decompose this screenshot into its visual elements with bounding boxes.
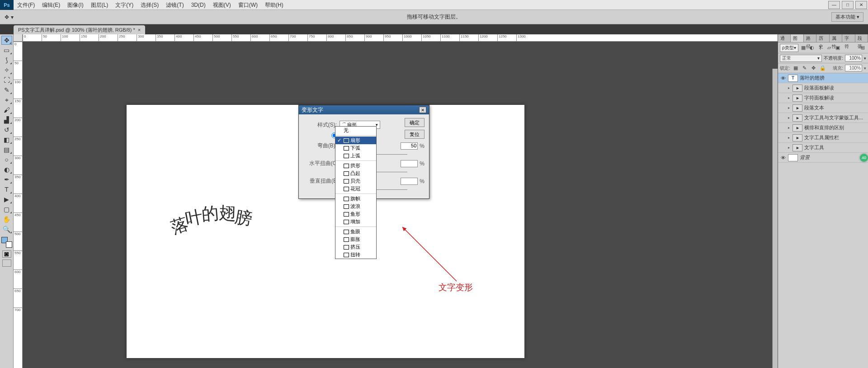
background-swatch[interactable]	[6, 241, 12, 248]
lock-transparent-icon[interactable]: ▦	[792, 65, 799, 72]
filter-toggle[interactable]: ⊞	[859, 44, 866, 52]
magic-wand-tool[interactable]: ✧	[1, 66, 12, 75]
opacity-input[interactable]: 100%	[845, 55, 862, 61]
ruler-horizontal[interactable]: 0501001502002503003504004505005506006507…	[23, 34, 778, 42]
shape-tool[interactable]: ▢	[1, 205, 12, 214]
window-close[interactable]: ✕	[855, 1, 867, 9]
menu-选择[interactable]: 选择(S)	[137, 0, 162, 10]
panel-tab[interactable]: 路径	[804, 34, 816, 42]
warp-option[interactable]: 扭转	[335, 251, 376, 259]
zoom-tool[interactable]: 🔍	[1, 225, 12, 234]
move-tool[interactable]: ✥	[1, 36, 12, 45]
fill-input[interactable]: 100%	[845, 65, 862, 71]
document-tab[interactable]: PS文字工具详解.psd @ 100% (落叶的翅膀, RGB/8) * ×	[14, 25, 145, 34]
hdist-input[interactable]	[401, 160, 418, 167]
menu-文字[interactable]: 文字(Y)	[112, 0, 137, 10]
visibility-toggle[interactable]: 👁	[780, 75, 786, 81]
lock-paint-icon[interactable]: ✎	[801, 65, 808, 72]
menu-编辑[interactable]: 编辑(E)	[38, 0, 64, 10]
panel-tab[interactable]: 历史	[816, 34, 829, 42]
lasso-tool[interactable]: ⟆	[1, 56, 12, 65]
pen-tool[interactable]: ✒	[1, 175, 12, 184]
window-maximize[interactable]: □	[842, 1, 854, 9]
marquee-tool[interactable]: ▭	[1, 46, 12, 55]
panel-tab[interactable]: 图层	[791, 34, 803, 42]
layer-row[interactable]: ▸▸文字工具属性栏	[778, 133, 868, 143]
layer-row[interactable]: ▸▸段落文本	[778, 103, 868, 113]
warp-option[interactable]: 扇形	[335, 137, 376, 144]
gradient-tool[interactable]: ▤	[1, 145, 12, 154]
ruler-vertical[interactable]: 0501001502002503003504004505005506006507…	[14, 42, 23, 368]
warp-option[interactable]: 鱼眼	[335, 228, 376, 236]
style-dropdown[interactable]: 无扇形下弧上弧拱形凸起贝壳花冠旗帜波浪鱼形增加鱼眼膨胀挤压扭转	[335, 126, 377, 259]
ok-button[interactable]: 确定	[405, 118, 425, 127]
warp-option[interactable]: 拱形	[335, 162, 376, 170]
filter-kind-select[interactable]: ρ 类型 ▾	[780, 44, 798, 52]
warp-option[interactable]: 增加	[335, 218, 376, 226]
warp-option[interactable]: 膨胀	[335, 236, 376, 243]
panel-tab[interactable]: 属性	[830, 34, 842, 42]
warp-option[interactable]: 下弧	[335, 144, 376, 152]
filter-smart-icon[interactable]: ▣	[834, 44, 841, 52]
reset-button[interactable]: 复位	[405, 130, 425, 139]
dodge-tool[interactable]: ◐	[1, 165, 12, 174]
warp-option[interactable]: 无	[335, 127, 376, 134]
blend-mode-select[interactable]: 正常▾	[780, 55, 822, 62]
vdist-input[interactable]	[401, 178, 418, 185]
tool-preset[interactable]: ✥ ▾	[0, 11, 18, 24]
healing-brush-tool[interactable]: ⌖	[1, 95, 12, 104]
layer-row[interactable]: 👁T落叶的翅膀	[778, 73, 868, 83]
layer-row[interactable]: ▸▸横排和直排的区别	[778, 123, 868, 133]
brush-tool[interactable]: 🖌	[1, 105, 12, 114]
lock-all-icon[interactable]: 🔒	[819, 65, 826, 72]
layer-row[interactable]: ▸▸段落面板解读	[778, 83, 868, 93]
crop-tool[interactable]: ⛶	[1, 75, 12, 85]
menu-滤镜[interactable]: 滤镜(T)	[162, 0, 187, 10]
eyedropper-tool[interactable]: ✎	[1, 85, 12, 94]
panel-tab[interactable]: 段落	[855, 34, 868, 42]
floating-badge[interactable]: 40	[860, 154, 868, 162]
lock-position-icon[interactable]: ✥	[810, 65, 817, 72]
collapsed-panel-dock[interactable]	[772, 69, 778, 368]
menu-帮助[interactable]: 帮助(H)	[261, 0, 287, 10]
menu-3d[interactable]: 3D(D)	[188, 0, 209, 10]
path-selection-tool[interactable]: ▶	[1, 195, 12, 204]
warp-option[interactable]: 挤压	[335, 243, 376, 251]
visibility-toggle[interactable]: 👁	[780, 155, 786, 160]
menu-窗口[interactable]: 窗口(W)	[235, 0, 261, 10]
blur-tool[interactable]: ○	[1, 155, 12, 164]
warp-option[interactable]: 上弧	[335, 152, 376, 160]
layer-row[interactable]: ▸▸文字工具与文字蒙版工具...	[778, 113, 868, 123]
warp-option[interactable]: 旗帜	[335, 195, 376, 203]
filter-shape-icon[interactable]: ▱	[826, 44, 833, 52]
menu-图层[interactable]: 图层(L)	[87, 0, 112, 10]
layer-row[interactable]: 👁背景🔒	[778, 153, 868, 163]
layer-row[interactable]: ▸▸字符面板解读	[778, 93, 868, 103]
type-tool[interactable]: T	[1, 185, 12, 194]
warp-option[interactable]: 贝壳	[335, 177, 376, 185]
screen-mode[interactable]	[2, 259, 11, 267]
quick-mask-toggle[interactable]: ◙	[2, 250, 11, 258]
layer-row[interactable]: ▸▸文字工具	[778, 143, 868, 153]
filter-adjust-icon[interactable]: ◐	[808, 44, 816, 52]
warp-option[interactable]: 凸起	[335, 170, 376, 177]
hand-tool[interactable]: ✋	[1, 215, 12, 224]
menu-视图[interactable]: 视图(V)	[209, 0, 235, 10]
filter-type-icon[interactable]: T	[817, 44, 824, 52]
warped-text[interactable]: 落叶的翅膀	[167, 202, 253, 225]
history-brush-tool[interactable]: ↺	[1, 125, 12, 134]
dialog-close-button[interactable]: ✕	[419, 107, 426, 113]
warp-option[interactable]: 鱼形	[335, 210, 376, 218]
eraser-tool[interactable]: ◧	[1, 135, 12, 144]
filter-pixel-icon[interactable]: ▦	[800, 44, 807, 52]
close-icon[interactable]: ×	[138, 27, 141, 33]
bend-input[interactable]: 50	[401, 142, 418, 150]
panel-tab[interactable]: 通道	[778, 34, 791, 42]
warp-option[interactable]: 花冠	[335, 185, 376, 193]
workspace-selector[interactable]: 基本功能 ▾	[831, 12, 863, 22]
window-minimize[interactable]: —	[828, 1, 840, 9]
panel-tab[interactable]: 字符	[842, 34, 855, 42]
menu-文件[interactable]: 文件(F)	[14, 0, 38, 10]
color-swatches[interactable]	[1, 237, 12, 248]
dialog-titlebar[interactable]: 变形文字 ✕	[299, 105, 429, 114]
